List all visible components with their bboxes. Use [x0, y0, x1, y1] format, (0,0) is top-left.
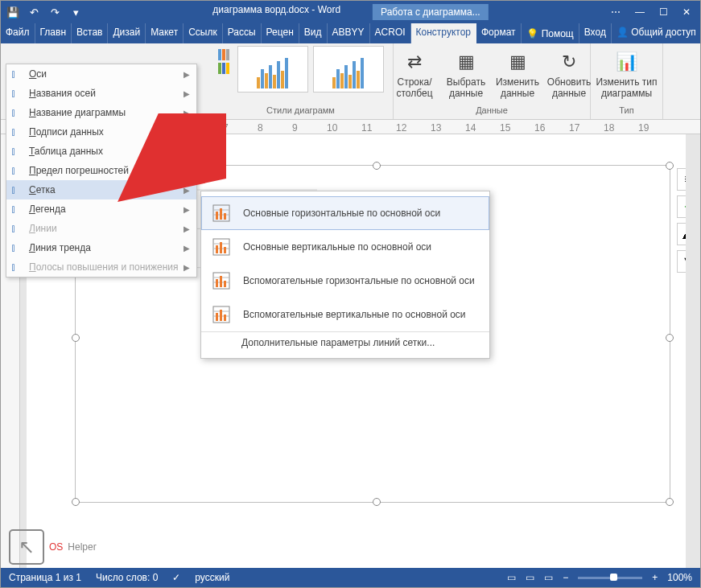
redo-icon[interactable]: ↷ [47, 4, 63, 20]
tab-ссылк[interactable]: Ссылк [183, 23, 223, 43]
change-chart-type-button[interactable]: 📊Изменить тип диаграммы [595, 46, 659, 99]
svg-rect-68 [220, 208, 222, 220]
ribbon-tabs: ФайлГлавнВставДизайМакетСсылкРассыРеценВ… [1, 23, 700, 43]
tab-help[interactable]: 💡Помощ [522, 23, 579, 43]
tab-login[interactable]: Вход [579, 23, 612, 43]
zoom-slider[interactable] [578, 577, 642, 579]
qat-more-icon[interactable]: ▾ [68, 4, 84, 20]
chart-style-icon[interactable]: 🖌 [677, 223, 686, 245]
group-label-data: Данные [476, 105, 508, 117]
quick-access-toolbar: 💾 ↶ ↷ ▾ [1, 4, 88, 20]
tab-формат[interactable]: Формат [476, 23, 522, 43]
document-title: диаграмма ворд.docx - Word [212, 4, 340, 20]
switch-row-column-button[interactable]: ⇄Строка/ столбец [391, 46, 438, 99]
svg-rect-81 [224, 281, 226, 287]
language-indicator[interactable]: русский [195, 572, 229, 583]
group-label-type: Тип [619, 105, 633, 117]
menu-item[interactable]: ⫿Легенда▶ [6, 199, 196, 219]
undo-icon[interactable]: ↶ [26, 4, 42, 20]
svg-rect-79 [216, 279, 218, 287]
group-label-styles: Стили диаграмм [266, 105, 335, 117]
chart-style-thumb-2[interactable] [313, 46, 384, 93]
menu-item: ⫿Линии▶ [6, 219, 196, 238]
tab-рассы[interactable]: Рассы [223, 23, 262, 43]
select-data-button[interactable]: ▦Выбрать данные [443, 46, 489, 99]
watermark-logo: ↖ OSHelper [9, 529, 97, 565]
chart-filter-icon[interactable]: ▼ [677, 250, 686, 273]
edit-data-button[interactable]: ▦Изменить данные [494, 46, 541, 99]
page-indicator[interactable]: Страница 1 из 1 [9, 572, 81, 583]
resize-handle-e[interactable] [666, 334, 674, 342]
chart-style-thumb-1[interactable] [237, 46, 308, 93]
refresh-data-button[interactable]: ↻Обновить данные [546, 46, 592, 99]
titlebar: 💾 ↶ ↷ ▾ диаграмма ворд.docx - Word Работ… [1, 1, 700, 23]
svg-rect-80 [220, 276, 222, 287]
tab-главн[interactable]: Главн [35, 23, 72, 43]
context-tab-title: Работа с диаграмма... [373, 4, 489, 20]
svg-rect-75 [224, 247, 226, 253]
tab-share[interactable]: 👤 Общий доступ [612, 23, 701, 43]
annotation-arrow [113, 113, 226, 202]
maximize-icon[interactable]: ☐ [659, 6, 668, 18]
chart-layout-icon[interactable]: ≡ [677, 168, 686, 191]
chart-add-icon[interactable]: + [677, 195, 686, 218]
tab-макет[interactable]: Макет [146, 23, 183, 43]
tab-файл[interactable]: Файл [1, 23, 35, 43]
resize-handle-n[interactable] [373, 162, 381, 170]
close-icon[interactable]: ✕ [682, 6, 691, 18]
resize-handle-w[interactable] [72, 334, 80, 342]
tab-вид[interactable]: Вид [299, 23, 328, 43]
svg-rect-85 [216, 313, 218, 321]
tab-acroi[interactable]: ACROI [370, 23, 411, 43]
svg-rect-74 [220, 242, 222, 253]
zoom-out-icon[interactable]: − [563, 572, 568, 583]
svg-rect-67 [216, 212, 218, 220]
save-icon[interactable]: 💾 [5, 4, 21, 20]
submenu-item[interactable]: Вспомогательные вертикальные по основной… [201, 298, 489, 331]
svg-rect-86 [220, 310, 222, 321]
word-count[interactable]: Число слов: 0 [96, 572, 158, 583]
svg-rect-73 [216, 245, 218, 253]
resize-handle-s[interactable] [373, 498, 381, 506]
tab-abbyy[interactable]: ABBYY [328, 23, 370, 43]
view-print-icon[interactable]: ▭ [526, 572, 534, 583]
minimize-icon[interactable]: — [635, 6, 645, 18]
resize-handle-ne[interactable] [666, 162, 674, 170]
menu-item[interactable]: ⫿Линия тренда▶ [6, 238, 196, 257]
tab-встав[interactable]: Встав [72, 23, 108, 43]
resize-handle-se[interactable] [666, 498, 674, 506]
submenu-item[interactable]: Основные вертикальные по основной оси [201, 230, 489, 264]
tab-дизай[interactable]: Дизай [108, 23, 146, 43]
menu-item[interactable]: ⫿Оси▶ [6, 64, 196, 84]
gridlines-submenu: Основные горизонтальные по основной осиО… [200, 191, 490, 359]
view-web-icon[interactable]: ▭ [544, 572, 553, 583]
view-read-icon[interactable]: ▭ [507, 572, 516, 583]
svg-rect-87 [224, 315, 226, 321]
zoom-level[interactable]: 100% [667, 572, 692, 583]
ribbon-options-icon[interactable]: ⋯ [611, 6, 621, 18]
menu-item[interactable]: ⫿Названия осей▶ [6, 84, 196, 103]
menu-item: ⫿Полосы повышения и понижения▶ [6, 257, 196, 277]
submenu-more[interactable]: Дополнительные параметры линий сетки... [201, 331, 489, 353]
spell-check-icon[interactable]: ✓ [172, 572, 180, 583]
statusbar: Страница 1 из 1 Число слов: 0 ✓ русский … [1, 568, 700, 587]
zoom-in-icon[interactable]: + [652, 572, 658, 583]
submenu-item[interactable]: Вспомогательные горизонтальные по основн… [201, 264, 489, 298]
tab-конструктор[interactable]: Конструктор [411, 23, 476, 43]
submenu-item[interactable]: Основные горизонтальные по основной оси [201, 196, 489, 230]
resize-handle-sw[interactable] [72, 498, 80, 506]
svg-rect-69 [224, 213, 226, 220]
tab-рецен[interactable]: Рецен [262, 23, 299, 43]
